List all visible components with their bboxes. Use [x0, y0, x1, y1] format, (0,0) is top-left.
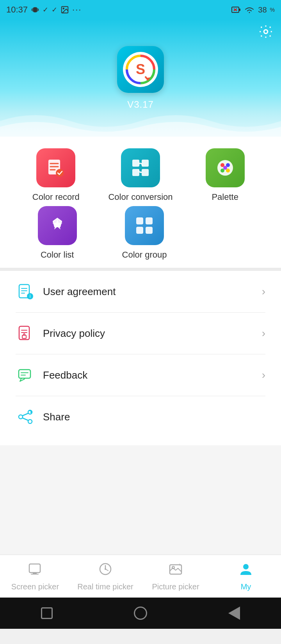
svg-point-63: [172, 566, 174, 569]
share-icon: [16, 407, 35, 427]
color-record-label: Color record: [32, 192, 80, 202]
palette-label: Palette: [212, 192, 238, 202]
nav-real-time-picker-label: Real time picker: [77, 582, 133, 591]
time-display: 10:37: [6, 5, 28, 15]
svg-point-64: [243, 564, 249, 569]
svg-rect-46: [19, 370, 30, 378]
status-bar: 10:37 ✓ ✓ ··· 38 %: [0, 0, 281, 20]
svg-point-50: [28, 420, 32, 423]
svg-rect-45: [22, 335, 26, 338]
real-time-picker-icon: [98, 562, 113, 580]
svg-text:S: S: [136, 61, 145, 77]
user-agreement-label: User agreement: [43, 286, 262, 298]
check-icon: ✓: [43, 5, 48, 14]
svg-point-7: [264, 30, 268, 34]
hero-section: S V3.17: [0, 20, 281, 137]
svg-rect-35: [146, 227, 153, 234]
color-list-icon: [38, 206, 77, 245]
bottom-nav: Screen picker Real time picker Picture p…: [0, 555, 281, 598]
nav-screen-picker[interactable]: Screen picker: [0, 562, 70, 591]
color-conversion-icon: [121, 148, 160, 187]
system-back-button[interactable]: [226, 605, 242, 621]
svg-rect-32: [136, 217, 143, 224]
color-group-item[interactable]: Color group: [103, 206, 186, 260]
user-agreement-item[interactable]: i User agreement ›: [16, 271, 265, 313]
battery-level: 38: [258, 5, 267, 14]
dots-icon: ···: [72, 5, 82, 15]
share-item[interactable]: Share: [16, 396, 265, 438]
svg-point-2: [63, 8, 64, 9]
palette-icon: [206, 148, 245, 187]
nav-picture-picker-label: Picture picker: [152, 582, 199, 591]
color-conversion-item[interactable]: Color conversion: [100, 148, 181, 202]
nav-my[interactable]: My: [211, 562, 281, 591]
share-label: Share: [43, 411, 265, 423]
privacy-policy-item[interactable]: Privacy policy ›: [16, 313, 265, 354]
app-icon: S: [117, 46, 164, 93]
wifi-icon: [244, 5, 255, 14]
svg-point-28: [223, 166, 227, 170]
user-agreement-icon: i: [16, 282, 35, 301]
check-icon2: ✓: [52, 5, 57, 14]
picture-picker-icon: [168, 562, 183, 580]
system-nav-bar: [0, 598, 281, 629]
user-agreement-chevron: ›: [262, 285, 265, 298]
palette-item[interactable]: Palette: [185, 148, 265, 202]
svg-rect-20: [142, 169, 149, 176]
privacy-policy-chevron: ›: [262, 327, 265, 340]
battery-x-icon: [231, 6, 241, 14]
vibrate-icon: [31, 5, 39, 14]
svg-rect-34: [136, 227, 143, 234]
svg-marker-21: [140, 171, 142, 173]
bottom-section: [0, 445, 281, 555]
system-recent-button[interactable]: [39, 605, 55, 621]
my-icon: [238, 562, 253, 580]
nav-real-time-picker[interactable]: Real time picker: [70, 562, 140, 591]
section-divider: [0, 268, 281, 271]
photo-icon: [60, 5, 69, 14]
nav-my-label: My: [241, 582, 251, 591]
svg-point-51: [19, 415, 23, 419]
app-grid-row2: Color list Color group: [16, 206, 265, 260]
main-content: Color record Color conversion: [0, 137, 281, 445]
svg-rect-33: [146, 217, 153, 224]
svg-rect-0: [33, 7, 37, 12]
svg-rect-4: [239, 9, 240, 11]
nav-picture-picker[interactable]: Picture picker: [140, 562, 211, 591]
svg-line-53: [23, 418, 28, 420]
status-right: 38 %: [231, 5, 275, 14]
svg-text:i: i: [30, 294, 31, 299]
color-list-item[interactable]: Color list: [16, 206, 99, 260]
feedback-label: Feedback: [43, 369, 262, 381]
feedback-icon: [16, 365, 35, 385]
color-list-label: Color list: [41, 250, 74, 260]
version-label: V3.17: [127, 99, 154, 110]
svg-point-61: [105, 568, 106, 570]
app-grid-row1: Color record Color conversion: [16, 148, 265, 202]
color-group-icon: [125, 206, 164, 245]
privacy-policy-icon: [16, 324, 35, 343]
color-conversion-label: Color conversion: [108, 192, 173, 202]
svg-rect-17: [132, 160, 139, 167]
feedback-item[interactable]: Feedback ›: [16, 354, 265, 396]
feedback-chevron: ›: [262, 369, 265, 381]
nav-screen-picker-label: Screen picker: [11, 582, 59, 591]
status-left: 10:37 ✓ ✓ ···: [6, 5, 82, 15]
menu-list: i User agreement › Privacy policy ›: [16, 271, 265, 438]
screen-picker-icon: [28, 562, 43, 580]
system-home-button[interactable]: [133, 605, 148, 621]
color-record-item[interactable]: Color record: [16, 148, 96, 202]
color-group-label: Color group: [122, 250, 167, 260]
color-record-icon: [36, 148, 75, 187]
svg-rect-55: [29, 564, 40, 573]
privacy-policy-label: Privacy policy: [43, 327, 262, 340]
svg-line-52: [23, 413, 28, 416]
settings-button[interactable]: [258, 24, 273, 42]
svg-point-16: [56, 169, 64, 177]
